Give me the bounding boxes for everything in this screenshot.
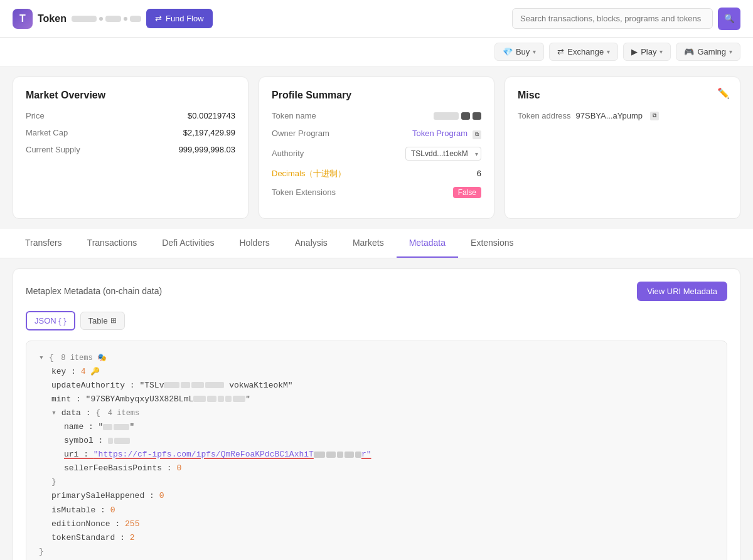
profile-summary-title: Profile Summary (272, 90, 481, 101)
tab-analysis[interactable]: Analysis (282, 229, 340, 258)
token-address-value: 97SBYA...aYpump (576, 111, 643, 120)
blur-block (191, 382, 204, 388)
nav-row: 💎 Buy ▾ ⇄ Exchange ▾ ▶ Play ▾ 🎮 Gaming ▾ (0, 38, 753, 66)
tab-defi-activities[interactable]: Defi Activities (149, 229, 227, 258)
edit-icon[interactable]: ✏️ (717, 87, 730, 99)
name-block-3 (473, 112, 481, 120)
price-label: Price (26, 111, 45, 120)
chevron-down-icon: ▾ (660, 48, 663, 55)
gaming-icon: 🎮 (684, 47, 694, 56)
blur-block (205, 382, 224, 388)
collapse-data-icon[interactable]: ▾ (51, 408, 56, 418)
exchange-icon: ⇄ (557, 47, 564, 56)
json-is-mutable-line: isMutable : 0 (39, 504, 714, 517)
misc-title: Misc (518, 90, 727, 101)
authority-select[interactable]: TSLvdd...t1eokM (405, 147, 481, 161)
blur-block (114, 424, 129, 430)
token-name-blocks (434, 112, 481, 120)
tab-holders[interactable]: Holders (227, 229, 282, 258)
json-uri-line: uri : "https://cf-ipfs.com/ipfs/QmReFoaK… (39, 448, 714, 462)
json-close-data: } (39, 475, 714, 489)
owner-program-field: Owner Program Token Program ⧉ (272, 128, 481, 139)
json-primary-sale-line: primarySaleHappened : 0 (39, 489, 714, 503)
market-overview-card: Market Overview Price $0.00219743 Market… (13, 77, 248, 219)
fund-flow-button[interactable]: ⇄ Fund Flow (146, 9, 213, 28)
json-token-standard-line: tokenStandard : 2 (39, 531, 714, 545)
owner-program-label: Owner Program (272, 129, 329, 138)
market-cap-value: $2,197,429.99 (183, 128, 235, 137)
logo-icon: T (13, 9, 33, 29)
decimals-label: Decimals（十进制） (272, 168, 346, 179)
blur-block (337, 452, 343, 458)
decimals-value: 6 (477, 169, 481, 178)
token-name-value (434, 112, 481, 120)
json-key-line: key : 4 🔑 (39, 365, 714, 379)
fund-flow-icon: ⇄ (155, 14, 162, 23)
tab-metadata[interactable]: Metadata (397, 229, 458, 258)
logo-area: T Token ⇄ Fund Flow (13, 9, 505, 29)
json-name-line: name : "" (39, 420, 714, 434)
data-items-badge: 4 items (108, 409, 139, 418)
collapse-icon[interactable]: ▾ (39, 353, 44, 362)
play-button[interactable]: ▶ Play ▾ (623, 43, 671, 61)
blur-block (207, 396, 216, 402)
blur-block (218, 396, 224, 402)
authority-select-wrapper: TSLvdd...t1eokM (405, 147, 481, 161)
decimals-field: Decimals（十进制） 6 (272, 168, 481, 179)
authority-value: TSLvdd...t1eokM (405, 147, 481, 161)
json-mint-line: mint : "97SBYAmbyqxyU3X82BLmL" (39, 393, 714, 406)
table-icon: ⊞ (110, 316, 117, 325)
blur-block (314, 452, 325, 458)
gaming-button[interactable]: 🎮 Gaming ▾ (676, 43, 740, 61)
token-name-label: Token name (272, 111, 316, 120)
blur-block (355, 452, 361, 458)
tab-markets[interactable]: Markets (340, 229, 397, 258)
name-block-2 (461, 112, 470, 120)
buy-button[interactable]: 💎 Buy ▾ (494, 43, 544, 61)
json-format-tab[interactable]: JSON { } (26, 311, 75, 330)
content-area: Metaplex Metadata (on-chain data) View U… (0, 258, 753, 561)
misc-card: Misc ✏️ Token address 97SBYA...aYpump ⧉ (505, 77, 740, 219)
blur-block (114, 438, 130, 444)
tab-transactions[interactable]: Transactions (75, 229, 150, 258)
chevron-down-icon: ▾ (533, 48, 536, 55)
token-address-label: Token address (518, 111, 571, 120)
token-program-link[interactable]: Token Program (412, 129, 467, 138)
blur-block (164, 382, 179, 388)
search-button[interactable]: 🔍 (718, 8, 740, 30)
current-supply-value: 999,999,998.03 (179, 145, 235, 154)
blur-block (326, 452, 336, 458)
exchange-button[interactable]: ⇄ Exchange ▾ (549, 43, 618, 61)
table-format-tab[interactable]: Table ⊞ (80, 312, 125, 330)
owner-program-value: Token Program ⧉ (412, 128, 481, 139)
price-row: Price $0.00219743 (26, 111, 235, 120)
view-uri-button[interactable]: View URI Metadata (637, 282, 727, 301)
search-icon: 🔍 (724, 14, 735, 23)
tab-extensions[interactable]: Extensions (458, 229, 526, 258)
json-update-authority-line: updateAuthority : "TSLv vokwaKt1eokM" (39, 379, 714, 393)
copy-icon[interactable]: ⧉ (473, 130, 481, 139)
json-viewer: ▾ { 8 items 🎭 key : 4 🔑 updateAuthority … (26, 341, 727, 561)
json-open-brace: { (49, 353, 59, 362)
current-supply-label: Current Supply (26, 145, 80, 154)
blur-block (181, 382, 190, 388)
header: T Token ⇄ Fund Flow 🔍 (0, 0, 753, 38)
search-input[interactable] (512, 8, 713, 29)
diamond-icon: 💎 (503, 47, 513, 56)
token-address-row: Token address 97SBYA...aYpump ⧉ (518, 111, 727, 120)
blur-block (193, 396, 206, 402)
tabs-row: Transfers Transactions Defi Activities H… (0, 229, 753, 258)
blur-block (233, 396, 245, 402)
json-data-line: ▾ data : { 4 items (39, 406, 714, 420)
search-area: 🔍 (512, 8, 740, 30)
tab-transfers[interactable]: Transfers (13, 229, 75, 258)
profile-summary-card: Profile Summary Token name Owner Program… (259, 77, 494, 219)
items-badge: 8 items 🎭 (61, 354, 107, 362)
name-block-1 (434, 112, 459, 120)
metadata-card: Metaplex Metadata (on-chain data) View U… (13, 268, 740, 561)
market-cap-row: Market Cap $2,197,429.99 (26, 128, 235, 137)
metadata-section-title: Metaplex Metadata (on-chain data) (26, 286, 162, 296)
copy-icon[interactable]: ⧉ (650, 112, 659, 120)
blur-block (344, 452, 354, 458)
blur-block (108, 438, 113, 444)
